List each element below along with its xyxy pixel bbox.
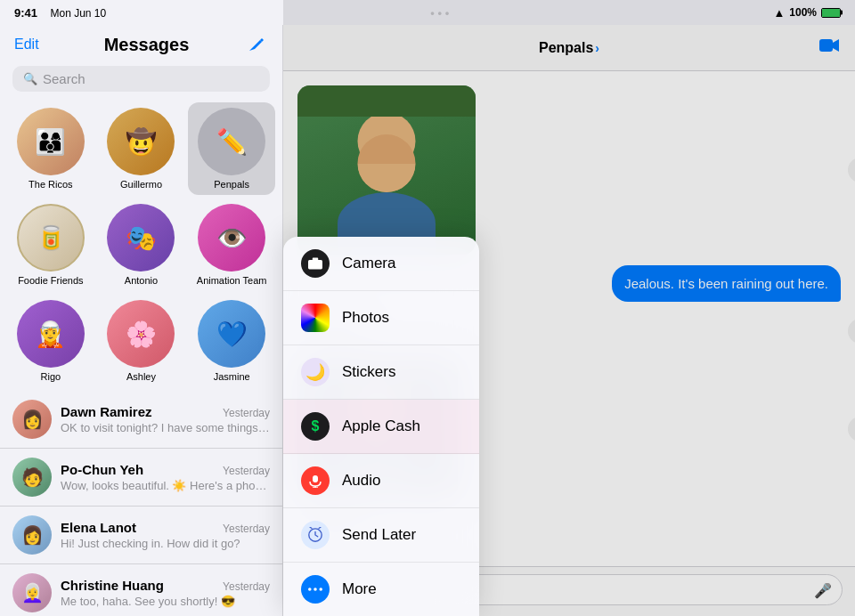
msg-name-dawn: Dawn Ramirez <box>61 404 152 419</box>
popup-item-stickers[interactable]: 🌙 Stickers <box>283 345 479 400</box>
sidebar: Edit Messages 🔍 Search 👨‍👩‍👦 The Ricos <box>0 25 283 616</box>
popup-item-sendlater[interactable]: Send Later <box>283 508 479 563</box>
message-item-christine[interactable]: 👩‍🦳 Christine Huang Yesterday Me too, ha… <box>0 564 282 616</box>
pinned-item-antonio[interactable]: 🎭 Antonio <box>98 199 185 291</box>
stickers-label: Stickers <box>342 363 395 381</box>
pinned-label-animation: Animation Team <box>197 275 267 286</box>
pinned-item-jasmine[interactable]: 💙 Jasmine <box>188 295 275 387</box>
pinned-label-penpals: Penpals <box>214 179 249 190</box>
more-icon <box>301 575 330 604</box>
msg-name-elena: Elena Lanot <box>61 520 136 535</box>
camera-icon <box>301 249 330 278</box>
sendlater-icon <box>301 521 330 549</box>
message-item-dawn[interactable]: 👩 Dawn Ramirez Yesterday OK to visit ton… <box>0 391 282 449</box>
sendlater-label: Send Later <box>342 526 416 544</box>
pinned-item-rigo[interactable]: 🧝 Rigo <box>7 295 94 387</box>
avatar-pochun: 🧑 <box>12 458 52 497</box>
msg-preview-dawn: OK to visit tonight? I have some things … <box>61 421 270 434</box>
msg-name-christine: Christine Huang <box>61 578 164 593</box>
photos-icon <box>301 304 330 332</box>
pinned-label-foodie: Foodie Friends <box>18 275 83 286</box>
svg-rect-5 <box>313 475 318 482</box>
msg-content-elena: Elena Lanot Yesterday Hi! Just checking … <box>61 520 270 550</box>
pinned-label-ricos: The Ricos <box>28 179 73 190</box>
msg-content-dawn: Dawn Ramirez Yesterday OK to visit tonig… <box>61 404 270 434</box>
msg-time-pochun: Yesterday <box>223 465 270 477</box>
avatar-jasmine: 💙 <box>198 300 265 368</box>
pinned-item-guillermo[interactable]: 🤠 Guillermo <box>98 102 185 195</box>
pinned-item-foodie[interactable]: 🥫 Foodie Friends <box>7 199 94 291</box>
pinned-item-animation[interactable]: 👁️ Animation Team <box>188 199 275 291</box>
msg-preview-elena: Hi! Just checking in. How did it go? <box>61 537 270 550</box>
msg-content-christine: Christine Huang Yesterday Me too, haha. … <box>61 578 270 608</box>
msg-time-dawn: Yesterday <box>223 407 270 419</box>
search-placeholder: Search <box>43 71 86 86</box>
msg-preview-christine: Me too, haha. See you shortly! 😎 <box>61 595 270 608</box>
popup-menu: Camera Photos 🌙 Stickers $ Apple Cash Au… <box>283 237 479 616</box>
audio-label: Audio <box>342 472 380 490</box>
popup-item-photos[interactable]: Photos <box>283 291 479 345</box>
stickers-icon: 🌙 <box>301 358 330 386</box>
msg-time-christine: Yesterday <box>223 580 270 593</box>
msg-time-elena: Yesterday <box>223 523 270 535</box>
pinned-label-ashley: Ashley <box>126 371 156 382</box>
avatar-ashley: 🌸 <box>107 300 175 368</box>
pinned-label-antonio: Antonio <box>125 275 158 286</box>
avatar-antonio: 🎭 <box>107 204 175 272</box>
svg-point-4 <box>314 263 317 266</box>
avatar-christine: 👩‍🦳 <box>12 573 52 612</box>
popup-item-audio[interactable]: Audio <box>283 454 479 508</box>
status-time: 9:41 Mon Jun 10 <box>14 6 106 20</box>
photos-label: Photos <box>342 309 389 327</box>
popup-item-more[interactable]: More <box>283 563 479 616</box>
applecash-icon: $ <box>301 412 330 441</box>
search-bar[interactable]: 🔍 Search <box>12 66 270 92</box>
svg-point-11 <box>319 588 322 591</box>
msg-content-pochun: Po-Chun Yeh Yesterday Wow, looks beautif… <box>61 462 270 492</box>
sidebar-header: Edit Messages <box>0 25 282 61</box>
avatar-ricos: 👨‍👩‍👦 <box>17 108 85 175</box>
more-label: More <box>342 580 377 598</box>
pinned-item-penpals[interactable]: ✏️ Penpals <box>188 102 275 195</box>
pinned-contacts-grid: 👨‍👩‍👦 The Ricos 🤠 Guillermo ✏️ Penpals <box>0 99 282 391</box>
sidebar-title: Messages <box>50 35 243 55</box>
edit-button[interactable]: Edit <box>14 36 50 53</box>
avatar-foodie: 🥫 <box>17 204 85 272</box>
pinned-item-ashley[interactable]: 🌸 Ashley <box>98 295 185 387</box>
avatar-rigo: 🧝 <box>17 300 85 368</box>
avatar-animation: 👁️ <box>198 204 265 272</box>
svg-rect-3 <box>313 258 318 261</box>
compose-button[interactable] <box>243 32 268 57</box>
message-list: 👩 Dawn Ramirez Yesterday OK to visit ton… <box>0 391 282 616</box>
pinned-item-ricos[interactable]: 👨‍👩‍👦 The Ricos <box>7 102 94 195</box>
avatar-dawn: 👩 <box>12 400 52 439</box>
avatar-guillermo: 🤠 <box>107 108 175 175</box>
message-item-pochun[interactable]: 🧑 Po-Chun Yeh Yesterday Wow, looks beaut… <box>0 449 282 507</box>
popup-item-camera[interactable]: Camera <box>283 237 479 291</box>
pinned-label-jasmine: Jasmine <box>214 371 250 382</box>
avatar-elena: 👩 <box>12 515 52 555</box>
pinned-label-guillermo: Guillermo <box>120 179 162 190</box>
msg-preview-pochun: Wow, looks beautiful. ☀️ Here's a photo … <box>61 479 270 492</box>
popup-item-applecash[interactable]: $ Apple Cash <box>283 400 479 454</box>
pinned-label-rigo: Rigo <box>41 371 61 382</box>
applecash-label: Apple Cash <box>342 417 420 435</box>
search-icon: 🔍 <box>23 72 37 85</box>
message-item-elena[interactable]: 👩 Elena Lanot Yesterday Hi! Just checkin… <box>0 507 282 564</box>
audio-icon <box>301 466 330 495</box>
svg-point-10 <box>314 588 317 591</box>
camera-label: Camera <box>342 255 395 272</box>
svg-point-9 <box>308 588 312 591</box>
msg-name-pochun: Po-Chun Yeh <box>61 462 143 477</box>
avatar-penpals: ✏️ <box>198 108 265 175</box>
